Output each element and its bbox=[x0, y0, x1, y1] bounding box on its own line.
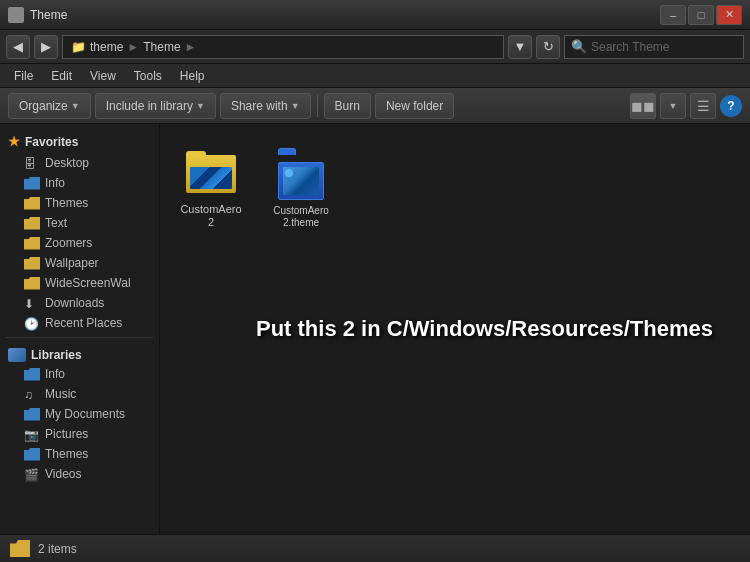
sidebar-item-label: Zoomers bbox=[45, 236, 92, 250]
dropdown-button[interactable]: ▼ bbox=[508, 35, 532, 59]
sidebar-item-label: Videos bbox=[45, 467, 81, 481]
toolbar-separator bbox=[317, 95, 318, 117]
toolbar-right: ◼◼ ▼ ☰ ? bbox=[630, 93, 742, 119]
menu-help[interactable]: Help bbox=[172, 67, 213, 85]
wallpaper-folder-icon bbox=[24, 257, 40, 270]
sidebar-item-label: Wallpaper bbox=[45, 256, 99, 270]
sidebar-item-recent-places[interactable]: 🕑 Recent Places bbox=[0, 313, 159, 333]
minimize-button[interactable]: – bbox=[660, 5, 686, 25]
title-bar: Theme – □ ✕ bbox=[0, 0, 750, 30]
theme-file-body bbox=[278, 162, 324, 200]
lib-themes-icon bbox=[24, 448, 40, 461]
info-folder-icon bbox=[24, 177, 40, 190]
sidebar-item-desktop[interactable]: 🗄 Desktop bbox=[0, 153, 159, 173]
burn-button[interactable]: Burn bbox=[324, 93, 371, 119]
menu-view[interactable]: View bbox=[82, 67, 124, 85]
folder-icon-wrapper bbox=[186, 144, 236, 199]
sidebar-item-themes[interactable]: Themes bbox=[0, 193, 159, 213]
address-bar: ◀ ▶ 📁 theme ► Theme ► ▼ ↻ 🔍 Search Theme bbox=[0, 30, 750, 64]
libraries-icon bbox=[8, 348, 26, 362]
window-icon bbox=[8, 7, 24, 23]
window-controls: – □ ✕ bbox=[660, 5, 742, 25]
theme-icon-wrapper bbox=[276, 146, 326, 201]
sidebar-item-info[interactable]: Info bbox=[0, 173, 159, 193]
include-library-button[interactable]: Include in library ▼ bbox=[95, 93, 216, 119]
sidebar-item-label: Desktop bbox=[45, 156, 89, 170]
menu-tools[interactable]: Tools bbox=[126, 67, 170, 85]
menu-edit[interactable]: Edit bbox=[43, 67, 80, 85]
address-right: ▼ ↻ bbox=[508, 35, 560, 59]
view-dropdown-button[interactable]: ▼ bbox=[660, 93, 686, 119]
videos-icon: 🎬 bbox=[24, 468, 40, 481]
sidebar-item-lib-videos[interactable]: 🎬 Videos bbox=[0, 464, 159, 484]
theme-file-tab bbox=[278, 148, 296, 155]
folder-preview bbox=[186, 151, 236, 193]
search-box[interactable]: 🔍 Search Theme bbox=[564, 35, 744, 59]
back-button[interactable]: ◀ bbox=[6, 35, 30, 59]
search-placeholder: Search Theme bbox=[591, 40, 670, 54]
burn-label: Burn bbox=[335, 99, 360, 113]
view-details-button[interactable]: ☰ bbox=[690, 93, 716, 119]
sidebar-item-zoomers[interactable]: Zoomers bbox=[0, 233, 159, 253]
sidebar-item-label: Recent Places bbox=[45, 316, 122, 330]
status-folder-icon bbox=[10, 540, 30, 557]
path-separator-1: ► bbox=[127, 40, 139, 54]
path-folder-icon: 📁 bbox=[71, 40, 86, 54]
themes-folder-icon bbox=[24, 197, 40, 210]
sidebar-item-label: My Documents bbox=[45, 407, 125, 421]
organize-arrow: ▼ bbox=[71, 101, 80, 111]
path-part-1: theme bbox=[90, 40, 123, 54]
folder-inner bbox=[190, 167, 232, 189]
sidebar-item-label: Pictures bbox=[45, 427, 88, 441]
favorites-header[interactable]: ★ Favorites bbox=[0, 130, 159, 153]
downloads-icon: ⬇ bbox=[24, 297, 40, 310]
sidebar-item-text[interactable]: Text bbox=[0, 213, 159, 233]
file-label-folder: CustomAero2 bbox=[180, 203, 242, 229]
sidebar-item-downloads[interactable]: ⬇ Downloads bbox=[0, 293, 159, 313]
organize-button[interactable]: Organize ▼ bbox=[8, 93, 91, 119]
sidebar-item-lib-docs[interactable]: My Documents bbox=[0, 404, 159, 424]
zoomers-folder-icon bbox=[24, 237, 40, 250]
view-tiles-button[interactable]: ◼◼ bbox=[630, 93, 656, 119]
sidebar-item-lib-themes[interactable]: Themes bbox=[0, 444, 159, 464]
file-item-folder[interactable]: CustomAero2 bbox=[176, 140, 246, 233]
share-with-label: Share with bbox=[231, 99, 288, 113]
sidebar-item-lib-info[interactable]: Info bbox=[0, 364, 159, 384]
instruction-text: Put this 2 in C/Windows/Resources/Themes bbox=[256, 316, 713, 342]
path-part-2: Theme bbox=[143, 40, 180, 54]
desktop-icon: 🗄 bbox=[24, 157, 40, 170]
file-item-theme[interactable]: CustomAero2.theme bbox=[266, 142, 336, 233]
include-library-arrow: ▼ bbox=[196, 101, 205, 111]
path-separator-2: ► bbox=[185, 40, 197, 54]
help-button[interactable]: ? bbox=[720, 95, 742, 117]
new-folder-button[interactable]: New folder bbox=[375, 93, 454, 119]
share-with-arrow: ▼ bbox=[291, 101, 300, 111]
close-button[interactable]: ✕ bbox=[716, 5, 742, 25]
forward-button[interactable]: ▶ bbox=[34, 35, 58, 59]
sidebar-item-widescreenwal[interactable]: WideScreenWal bbox=[0, 273, 159, 293]
toolbar: Organize ▼ Include in library ▼ Share wi… bbox=[0, 88, 750, 124]
status-item-count: 2 items bbox=[38, 542, 77, 556]
maximize-button[interactable]: □ bbox=[688, 5, 714, 25]
sidebar-item-lib-music[interactable]: ♫ Music bbox=[0, 384, 159, 404]
organize-label: Organize bbox=[19, 99, 68, 113]
preview-image bbox=[190, 167, 232, 189]
file-label-theme: CustomAero2.theme bbox=[270, 205, 332, 229]
favorites-label: Favorites bbox=[25, 135, 78, 149]
sidebar-item-label: Themes bbox=[45, 196, 88, 210]
music-icon: ♫ bbox=[24, 388, 40, 401]
sidebar: ★ Favorites 🗄 Desktop Info Themes Text Z… bbox=[0, 124, 160, 534]
sidebar-item-wallpaper[interactable]: Wallpaper bbox=[0, 253, 159, 273]
share-with-button[interactable]: Share with ▼ bbox=[220, 93, 311, 119]
menu-file[interactable]: File bbox=[6, 67, 41, 85]
address-path[interactable]: 📁 theme ► Theme ► bbox=[62, 35, 504, 59]
refresh-button[interactable]: ↻ bbox=[536, 35, 560, 59]
sidebar-item-label: Info bbox=[45, 367, 65, 381]
status-bar: 2 items bbox=[0, 534, 750, 562]
sidebar-divider bbox=[6, 337, 153, 338]
sidebar-item-label: Info bbox=[45, 176, 65, 190]
star-icon: ★ bbox=[8, 134, 20, 149]
libraries-header[interactable]: Libraries bbox=[0, 342, 159, 364]
sidebar-item-label: WideScreenWal bbox=[45, 276, 131, 290]
sidebar-item-lib-pictures[interactable]: 📷 Pictures bbox=[0, 424, 159, 444]
